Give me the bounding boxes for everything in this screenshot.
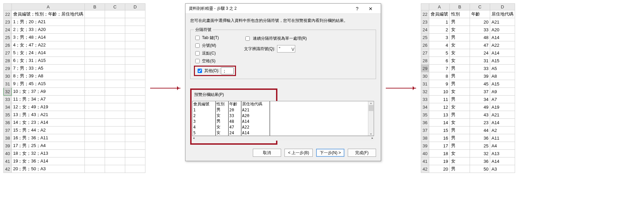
cell[interactable]: 34 <box>470 96 490 103</box>
cell[interactable] <box>105 96 125 103</box>
cell[interactable]: 48 <box>470 34 490 41</box>
cell[interactable] <box>125 111 145 119</box>
cell[interactable] <box>85 103 105 111</box>
cell[interactable]: 20 <box>470 18 490 26</box>
row-header[interactable]: 40 <box>421 150 429 157</box>
row-header[interactable]: 30 <box>4 72 12 80</box>
cell[interactable]: 15；男；44；A2 <box>12 127 85 134</box>
cell[interactable] <box>105 134 125 142</box>
cell[interactable] <box>85 26 105 34</box>
cell[interactable]: 女 <box>450 150 470 157</box>
cell[interactable] <box>125 103 145 111</box>
row-header[interactable]: 38 <box>421 134 429 142</box>
cell[interactable]: 女 <box>450 41 470 49</box>
cell[interactable]: A14 <box>490 34 515 41</box>
cell[interactable]: 45 <box>470 80 490 88</box>
cell[interactable] <box>105 65 125 72</box>
cell[interactable] <box>105 49 125 57</box>
cell[interactable] <box>105 18 125 26</box>
row-header[interactable]: 23 <box>421 18 429 26</box>
scroll-thumb[interactable] <box>369 105 373 111</box>
cell[interactable]: 12 <box>429 103 450 111</box>
cell[interactable] <box>105 80 125 88</box>
col-header[interactable]: C <box>470 4 490 10</box>
cell[interactable] <box>125 119 145 127</box>
cell[interactable]: A14 <box>490 49 515 57</box>
cell[interactable]: 36 <box>470 157 490 165</box>
cell[interactable]: 會員編號 <box>429 10 450 18</box>
cell[interactable]: A5 <box>490 65 515 72</box>
cell[interactable] <box>85 34 105 41</box>
cell[interactable]: 12；女；49；A19 <box>12 103 85 111</box>
cell[interactable]: 43 <box>470 111 490 119</box>
row-header[interactable]: 35 <box>421 111 429 119</box>
cell[interactable] <box>105 165 125 173</box>
cell[interactable] <box>85 134 105 142</box>
qualifier-select[interactable]: " ⋁ <box>277 45 295 52</box>
cell[interactable]: 居住地代碼 <box>490 10 515 18</box>
cell[interactable]: 11；男；34；A7 <box>12 96 85 103</box>
cell[interactable] <box>85 88 105 96</box>
cell[interactable]: 16；男；36；A11 <box>12 134 85 142</box>
row-header[interactable]: 42 <box>421 165 429 173</box>
row-header[interactable]: 37 <box>421 127 429 134</box>
cell[interactable]: 24 <box>470 49 490 57</box>
cell[interactable] <box>85 127 105 134</box>
space-checkbox[interactable]: 空格(S) <box>194 58 236 64</box>
cell[interactable] <box>125 18 145 26</box>
cell[interactable] <box>105 150 125 157</box>
cell[interactable]: 10 <box>429 88 450 96</box>
cell[interactable] <box>85 150 105 157</box>
row-header[interactable]: 39 <box>4 142 12 150</box>
cell[interactable]: 8 <box>429 72 450 80</box>
cell[interactable]: 男 <box>450 165 470 173</box>
cell[interactable]: 10；女；37；A9 <box>12 88 85 96</box>
cell[interactable]: 男 <box>450 18 470 26</box>
cell[interactable]: 39 <box>470 72 490 80</box>
scroll-up-icon[interactable]: ▴ <box>368 101 374 105</box>
cell[interactable]: 女 <box>450 103 470 111</box>
cell[interactable]: 8；男；39；A8 <box>12 72 85 80</box>
col-header[interactable]: B <box>450 4 470 10</box>
cell[interactable]: A2 <box>490 127 515 134</box>
cell[interactable]: 3 <box>429 34 450 41</box>
cell[interactable] <box>85 80 105 88</box>
cell[interactable]: A11 <box>490 134 515 142</box>
cell[interactable] <box>125 134 145 142</box>
row-header[interactable]: 36 <box>4 119 12 127</box>
cell[interactable]: 17 <box>429 142 450 150</box>
cell[interactable]: 女 <box>450 119 470 127</box>
scroll-right-icon[interactable]: ▸ <box>372 136 373 141</box>
cell[interactable]: 1；男；20；A21 <box>12 18 85 26</box>
cell[interactable] <box>125 96 145 103</box>
col-header[interactable]: A <box>12 4 85 10</box>
cell[interactable] <box>85 65 105 72</box>
cell[interactable] <box>125 49 145 57</box>
row-header[interactable]: 28 <box>4 57 12 65</box>
cell[interactable]: 50 <box>470 165 490 173</box>
row-header[interactable]: 24 <box>4 26 12 34</box>
cell[interactable]: A9 <box>490 88 515 96</box>
cell[interactable]: 4；女；47；A22 <box>12 41 85 49</box>
col-header[interactable]: A <box>429 4 450 10</box>
cell[interactable]: 5；女；24；A14 <box>12 49 85 57</box>
cell[interactable]: 女 <box>450 88 470 96</box>
cell[interactable]: 36 <box>470 134 490 142</box>
row-header[interactable]: 26 <box>421 41 429 49</box>
col-header[interactable]: D <box>490 4 515 10</box>
left-spreadsheet[interactable]: A B C D 22會員編號；性別；年齡；居住地代碼231；男；20；A2124… <box>3 3 145 173</box>
cell[interactable]: A21 <box>490 111 515 119</box>
cell[interactable]: A4 <box>490 142 515 150</box>
cell[interactable]: 性別 <box>450 10 470 18</box>
cell[interactable]: 1 <box>429 18 450 26</box>
row-header[interactable]: 41 <box>4 157 12 165</box>
cell[interactable]: 14 <box>429 119 450 127</box>
cell[interactable] <box>125 157 145 165</box>
cell[interactable]: 18 <box>429 150 450 157</box>
row-header[interactable]: 32 <box>421 88 429 96</box>
row-header[interactable]: 33 <box>4 96 12 103</box>
cell[interactable] <box>105 127 125 134</box>
cell[interactable]: A8 <box>490 72 515 80</box>
cell[interactable]: 年齡 <box>470 10 490 18</box>
cell[interactable]: 13 <box>429 111 450 119</box>
